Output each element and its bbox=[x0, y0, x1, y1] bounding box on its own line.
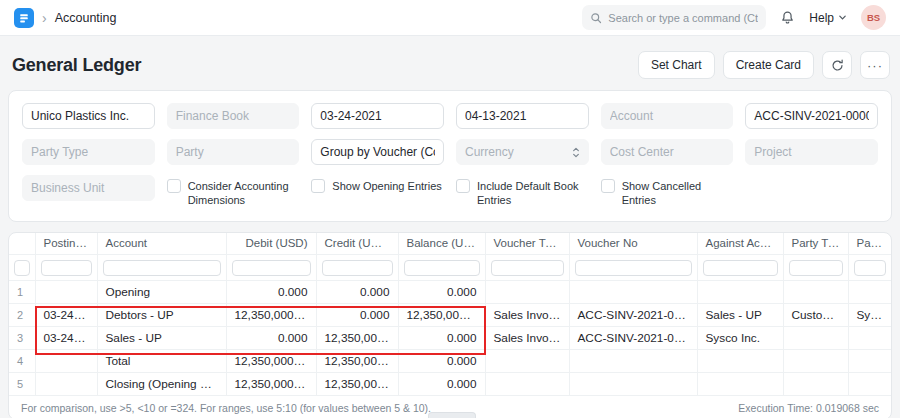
cell-against-account[interactable]: Sysco Inc. bbox=[697, 327, 783, 350]
cell-voucher-no[interactable] bbox=[569, 373, 697, 396]
cell-balance[interactable]: 12,350,000.000 bbox=[398, 304, 485, 327]
column-header-voucher-no[interactable]: Voucher No bbox=[569, 233, 697, 255]
checkbox-box[interactable] bbox=[167, 179, 181, 193]
cell-credit[interactable]: 0.000 bbox=[316, 304, 398, 327]
column-filter-input[interactable] bbox=[491, 260, 564, 276]
breadcrumb-item-accounting[interactable]: Accounting bbox=[55, 11, 117, 25]
cell-party[interactable] bbox=[848, 327, 891, 350]
column-filter-input[interactable] bbox=[103, 260, 221, 276]
cell-debit[interactable]: 0.000 bbox=[226, 327, 316, 350]
cell-against-account[interactable] bbox=[697, 350, 783, 373]
column-header-balance[interactable]: Balance (USD) bbox=[398, 233, 485, 255]
group-by-filter-input[interactable] bbox=[311, 139, 444, 165]
cell-balance[interactable]: 0.000 bbox=[398, 281, 485, 304]
cell-voucher-type[interactable]: Sales Invoice bbox=[485, 304, 569, 327]
cell-against-account[interactable]: Sales - UP bbox=[697, 304, 783, 327]
cell-party-type[interactable] bbox=[783, 373, 848, 396]
checkbox-box[interactable] bbox=[311, 179, 325, 193]
set-chart-button[interactable]: Set Chart bbox=[638, 51, 715, 79]
checkbox-show-cancelled-entries[interactable]: Show Cancelled Entries bbox=[601, 175, 734, 208]
project-filter-input[interactable] bbox=[745, 139, 878, 165]
cell-balance[interactable]: 0.000 bbox=[398, 373, 485, 396]
cell-voucher-type[interactable]: Sales Invoice bbox=[485, 327, 569, 350]
cost-center-filter-input[interactable] bbox=[601, 139, 734, 165]
currency-select[interactable]: Currency bbox=[456, 139, 589, 165]
cell-voucher-no[interactable] bbox=[569, 281, 697, 304]
column-header-voucher-type[interactable]: Voucher Type bbox=[485, 233, 569, 255]
column-filter-input[interactable] bbox=[232, 260, 311, 276]
cell-party[interactable]: Sysco bbox=[848, 304, 891, 327]
menu-button[interactable]: ··· bbox=[860, 51, 890, 79]
column-filter-input[interactable] bbox=[703, 260, 778, 276]
checkbox-box[interactable] bbox=[601, 179, 615, 193]
cell-against-account[interactable] bbox=[697, 281, 783, 304]
checkbox-include-default-book-entries[interactable]: Include Default Book Entries bbox=[456, 175, 589, 208]
cell-account[interactable]: Sales - UP bbox=[97, 327, 226, 350]
checkbox-consider-accounting-dimensions[interactable]: Consider Accounting Dimensions bbox=[167, 175, 300, 208]
cell-account[interactable]: Opening bbox=[97, 281, 226, 304]
avatar[interactable]: BS bbox=[861, 5, 886, 30]
cell-debit[interactable]: 0.000 bbox=[226, 281, 316, 304]
cell-voucher-no[interactable]: ACC-SINV-2021-00004 bbox=[569, 327, 697, 350]
notifications-bell-icon[interactable] bbox=[780, 10, 795, 25]
checkbox-box[interactable] bbox=[456, 179, 470, 193]
global-search[interactable] bbox=[582, 5, 766, 30]
cell-voucher-type[interactable] bbox=[485, 350, 569, 373]
cell-party-type[interactable] bbox=[783, 281, 848, 304]
cell-credit[interactable]: 0.000 bbox=[316, 281, 398, 304]
column-filter-input[interactable] bbox=[854, 260, 887, 276]
refresh-button[interactable] bbox=[822, 51, 852, 79]
cell-posting-date[interactable] bbox=[35, 281, 97, 304]
column-header-debit[interactable]: Debit (USD) bbox=[226, 233, 316, 255]
column-filter-input[interactable] bbox=[789, 260, 843, 276]
cell-posting-date[interactable] bbox=[35, 373, 97, 396]
cell-balance[interactable]: 0.000 bbox=[398, 327, 485, 350]
column-filter-input[interactable] bbox=[404, 260, 480, 276]
cell-party[interactable] bbox=[848, 350, 891, 373]
from-date-filter-input[interactable] bbox=[311, 103, 444, 129]
checkbox-show-opening-entries[interactable]: Show Opening Entries bbox=[311, 175, 444, 193]
column-filter-input[interactable] bbox=[14, 260, 30, 276]
cell-posting-date[interactable]: 03-24-20... bbox=[35, 327, 97, 350]
cell-posting-date[interactable]: 03-24-20... bbox=[35, 304, 97, 327]
cell-voucher-no[interactable]: ACC-SINV-2021-00004 bbox=[569, 304, 697, 327]
cell-posting-date[interactable] bbox=[35, 350, 97, 373]
cell-credit[interactable]: 12,350,000.000 bbox=[316, 327, 398, 350]
cell-voucher-no[interactable] bbox=[569, 350, 697, 373]
column-header-party[interactable]: Party bbox=[848, 233, 891, 255]
app-logo[interactable] bbox=[14, 8, 34, 28]
help-menu[interactable]: Help bbox=[809, 11, 847, 25]
cell-debit[interactable]: 12,350,000.000 bbox=[226, 304, 316, 327]
column-header-against-account[interactable]: Against Acco... bbox=[697, 233, 783, 255]
column-filter-input[interactable] bbox=[322, 260, 393, 276]
cell-party-type[interactable] bbox=[783, 327, 848, 350]
cell-balance[interactable]: 0.000 bbox=[398, 350, 485, 373]
column-filter-input[interactable] bbox=[575, 260, 692, 276]
cell-credit[interactable]: 12,350,000.000 bbox=[316, 350, 398, 373]
to-date-filter-input[interactable] bbox=[456, 103, 589, 129]
cell-party-type[interactable]: Customer bbox=[783, 304, 848, 327]
column-filter-input[interactable] bbox=[41, 260, 92, 276]
column-header-credit[interactable]: Credit (USD) bbox=[316, 233, 398, 255]
finance-book-filter-input[interactable] bbox=[167, 103, 300, 129]
cell-against-account[interactable] bbox=[697, 373, 783, 396]
column-header-party-type[interactable]: Party Type bbox=[783, 233, 848, 255]
cell-party[interactable] bbox=[848, 373, 891, 396]
cell-voucher-type[interactable] bbox=[485, 373, 569, 396]
cell-party[interactable] bbox=[848, 281, 891, 304]
cell-account[interactable]: Total bbox=[97, 350, 226, 373]
account-filter-input[interactable] bbox=[601, 103, 734, 129]
party-filter-input[interactable] bbox=[167, 139, 300, 165]
party-type-filter-input[interactable] bbox=[22, 139, 155, 165]
cell-debit[interactable]: 12,350,000.000 bbox=[226, 373, 316, 396]
company-filter-input[interactable] bbox=[22, 103, 155, 129]
cell-debit[interactable]: 12,350,000.000 bbox=[226, 350, 316, 373]
cell-voucher-type[interactable] bbox=[485, 281, 569, 304]
cell-account[interactable]: Closing (Opening + Total) bbox=[97, 373, 226, 396]
column-header-posting-date[interactable]: Posting ... bbox=[35, 233, 97, 255]
search-input[interactable] bbox=[608, 12, 758, 24]
cell-party-type[interactable] bbox=[783, 350, 848, 373]
cell-credit[interactable]: 12,350,000.000 bbox=[316, 373, 398, 396]
column-header-account[interactable]: Account bbox=[97, 233, 226, 255]
business-unit-filter-input[interactable] bbox=[22, 175, 155, 201]
